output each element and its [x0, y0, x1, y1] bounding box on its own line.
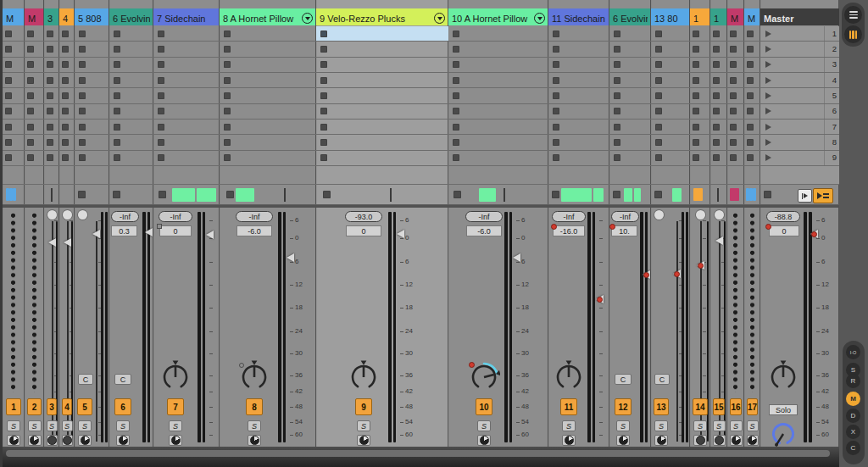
clip-slot[interactable]	[59, 88, 75, 103]
clip-stop-button[interactable]	[730, 139, 737, 146]
empty-scene-row[interactable]	[44, 166, 59, 185]
clip-stop-button[interactable]	[47, 108, 53, 114]
clip-slot[interactable]	[44, 135, 59, 150]
clip-slot[interactable]	[75, 104, 109, 120]
clip-slot[interactable]	[744, 151, 760, 166]
clip-slot[interactable]	[710, 104, 727, 120]
solo-button[interactable]: S	[477, 420, 491, 431]
clip-slot[interactable]	[548, 120, 609, 135]
clip-stop-button[interactable]	[224, 124, 231, 131]
clip-slot[interactable]	[44, 120, 59, 135]
clip-slot[interactable]	[710, 42, 727, 57]
clip-slot[interactable]	[316, 88, 448, 103]
chevron-down-icon[interactable]	[434, 13, 445, 24]
clip-stop-button[interactable]	[62, 92, 69, 99]
clip-stop-button[interactable]	[655, 77, 662, 84]
clip-slot[interactable]	[609, 26, 651, 42]
track-header-5[interactable]: 5 808	[75, 8, 108, 25]
clip-stop-button[interactable]	[47, 61, 53, 68]
clip-slot[interactable]	[548, 58, 609, 73]
peak-level-display[interactable]: -88.8	[766, 211, 800, 222]
clip-slot[interactable]	[59, 120, 75, 135]
c-button[interactable]: C	[114, 374, 131, 385]
clip-slot[interactable]	[220, 58, 316, 73]
clip-stop-button[interactable]	[320, 46, 327, 53]
clip-slot[interactable]	[44, 73, 59, 88]
clip-stop-button[interactable]	[62, 31, 69, 37]
arm-button[interactable]	[62, 435, 73, 446]
clip-stop-button[interactable]	[693, 92, 699, 99]
volume-fader-handle[interactable]	[145, 228, 153, 236]
clip-stop-button[interactable]	[79, 92, 86, 99]
solo-button[interactable]: S	[693, 420, 707, 431]
solo-button[interactable]: S	[654, 420, 668, 431]
clip-slot[interactable]	[109, 104, 153, 120]
clip-stop-button[interactable]	[320, 61, 327, 68]
clip-stop-button[interactable]	[453, 124, 459, 131]
clip-stop-button[interactable]	[747, 77, 754, 84]
pan-knob[interactable]	[47, 210, 57, 220]
clip-stop-button[interactable]	[553, 108, 559, 114]
clip-slot[interactable]	[727, 120, 744, 135]
track-activator-button[interactable]: 7	[167, 398, 184, 415]
clip-stop-all-button[interactable]	[78, 191, 86, 198]
clip-stop-button[interactable]	[62, 154, 69, 161]
track-activator-button[interactable]: 5	[77, 398, 92, 415]
clip-stop-button[interactable]	[79, 61, 86, 68]
volume-field[interactable]: 0	[346, 225, 381, 236]
clip-slot[interactable]	[690, 135, 710, 150]
show-r-button[interactable]: R	[846, 374, 860, 388]
clip-stop-all-button[interactable]	[552, 191, 559, 198]
clip-stop-all-button[interactable]	[113, 191, 120, 198]
clip-slot[interactable]	[109, 135, 153, 150]
clip-stop-all-button[interactable]	[226, 191, 234, 198]
clip-slot[interactable]	[690, 88, 710, 103]
clip-slot[interactable]	[3, 58, 25, 73]
clip-slot[interactable]	[75, 58, 109, 73]
clip-slot[interactable]	[220, 26, 316, 42]
clip-slot[interactable]	[316, 26, 448, 42]
clip-slot[interactable]	[651, 151, 690, 166]
clip-stop-button[interactable]	[614, 77, 620, 84]
clip-stop-button[interactable]	[713, 46, 720, 53]
empty-scene-row[interactable]	[727, 166, 744, 185]
clip-slot[interactable]	[448, 88, 548, 103]
clip-slot[interactable]	[727, 104, 744, 120]
scene-play-icon[interactable]	[765, 154, 771, 161]
clip-stop-button[interactable]	[747, 31, 754, 37]
clip-stop-button[interactable]	[693, 31, 699, 37]
clip-slot[interactable]	[744, 58, 760, 73]
clip-slot[interactable]	[548, 42, 609, 57]
clip-stop-button[interactable]	[224, 46, 231, 53]
scene-slot-4[interactable]: 4	[760, 73, 839, 88]
clip-stop-button[interactable]	[655, 108, 662, 114]
volume-field[interactable]: -6.0	[236, 225, 272, 236]
clip-slot[interactable]	[727, 73, 744, 88]
clip-stop-button[interactable]	[320, 108, 327, 114]
clip-slot[interactable]	[25, 88, 44, 103]
clip-stop-button[interactable]	[713, 154, 720, 161]
clip-stop-button[interactable]	[5, 154, 12, 161]
track-activator-button[interactable]: 6	[114, 398, 131, 415]
show-io-button[interactable]: I-O	[846, 345, 860, 359]
volume-fader-handle[interactable]	[206, 231, 214, 239]
arm-button[interactable]	[747, 435, 759, 446]
clip-stop-button[interactable]	[158, 124, 164, 131]
clip-stop-button[interactable]	[224, 61, 231, 68]
clip-slot[interactable]	[316, 151, 448, 166]
clip-stop-button[interactable]	[320, 92, 327, 99]
volume-fader-handle[interactable]	[92, 230, 100, 238]
clip-stop-button[interactable]	[655, 31, 662, 37]
clip-stop-button[interactable]	[79, 124, 86, 131]
clip-slot[interactable]	[609, 120, 651, 135]
clip-slot[interactable]	[448, 120, 548, 135]
arm-button[interactable]	[713, 435, 726, 446]
chevron-down-icon[interactable]	[534, 13, 545, 24]
track-header-2[interactable]: M	[25, 8, 43, 25]
clip-stop-button[interactable]	[5, 31, 12, 37]
clip-slot[interactable]	[744, 42, 760, 57]
pan-knob[interactable]	[348, 359, 380, 393]
clip-slot[interactable]	[153, 151, 220, 166]
track-activator-button[interactable]: 4	[62, 398, 72, 415]
clip-stop-button[interactable]	[453, 92, 459, 99]
